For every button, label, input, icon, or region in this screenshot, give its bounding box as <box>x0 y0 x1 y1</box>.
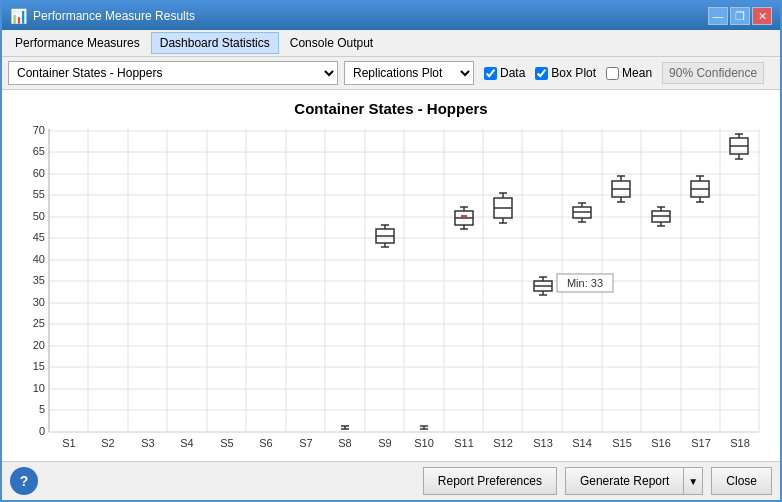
close-window-button[interactable]: ✕ <box>752 7 772 25</box>
svg-text:30: 30 <box>33 296 45 308</box>
box-plot-checkbox-label[interactable]: Box Plot <box>535 66 596 80</box>
svg-text:45: 45 <box>33 231 45 243</box>
report-preferences-button[interactable]: Report Preferences <box>423 467 557 495</box>
svg-text:S4: S4 <box>180 437 193 449</box>
menu-bar: Performance Measures Dashboard Statistic… <box>2 30 780 57</box>
restore-button[interactable]: ❐ <box>730 7 750 25</box>
svg-text:S15: S15 <box>612 437 632 449</box>
svg-text:40: 40 <box>33 253 45 265</box>
menu-console-output[interactable]: Console Output <box>281 32 382 54</box>
svg-text:S13: S13 <box>533 437 553 449</box>
svg-text:35: 35 <box>33 274 45 286</box>
svg-text:S9: S9 <box>378 437 391 449</box>
window-title: Performance Measure Results <box>33 9 195 23</box>
chart-area: Container States - Hoppers /* will draw … <box>2 90 780 461</box>
generate-report-dropdown-button[interactable]: ▼ <box>683 467 703 495</box>
chart-svg: /* will draw via inline SVG elements */ … <box>11 121 771 461</box>
title-bar: 📊 Performance Measure Results — ❐ ✕ <box>2 2 780 30</box>
svg-text:S11: S11 <box>454 437 474 449</box>
help-button[interactable]: ? <box>10 467 38 495</box>
svg-text:S2: S2 <box>101 437 114 449</box>
plot-type-dropdown[interactable]: Replications Plot <box>344 61 474 85</box>
svg-text:S7: S7 <box>299 437 312 449</box>
svg-text:50: 50 <box>33 210 45 222</box>
svg-text:5: 5 <box>39 403 45 415</box>
confidence-label: 90% Confidence <box>662 62 764 84</box>
svg-text:S16: S16 <box>651 437 671 449</box>
svg-text:0: 0 <box>39 425 45 437</box>
mean-checkbox[interactable] <box>606 67 619 80</box>
footer-bar: ? Report Preferences Generate Report ▼ C… <box>2 461 780 500</box>
data-checkbox-label[interactable]: Data <box>484 66 525 80</box>
svg-text:S14: S14 <box>572 437 592 449</box>
svg-text:55: 55 <box>33 188 45 200</box>
menu-dashboard-statistics[interactable]: Dashboard Statistics <box>151 32 279 54</box>
svg-text:10: 10 <box>33 382 45 394</box>
close-button[interactable]: Close <box>711 467 772 495</box>
svg-text:S12: S12 <box>493 437 513 449</box>
svg-text:25: 25 <box>33 317 45 329</box>
svg-text:S18: S18 <box>730 437 750 449</box>
app-icon: 📊 <box>10 8 27 24</box>
svg-text:60: 60 <box>33 167 45 179</box>
svg-text:S1: S1 <box>62 437 75 449</box>
toolbar: Container States - Hoppers Replications … <box>2 57 780 90</box>
svg-text:20: 20 <box>33 339 45 351</box>
generate-report-button[interactable]: Generate Report <box>565 467 683 495</box>
chart-options: Data Box Plot Mean 90% Confidence <box>484 62 764 84</box>
svg-text:Min: 33: Min: 33 <box>567 277 603 289</box>
svg-text:65: 65 <box>33 145 45 157</box>
svg-text:S8: S8 <box>338 437 351 449</box>
minimize-button[interactable]: — <box>708 7 728 25</box>
svg-text:15: 15 <box>33 360 45 372</box>
container-dropdown[interactable]: Container States - Hoppers <box>8 61 338 85</box>
svg-text:70: 70 <box>33 124 45 136</box>
chart-title: Container States - Hoppers <box>6 90 776 121</box>
svg-text:S3: S3 <box>141 437 154 449</box>
generate-report-group: Generate Report ▼ <box>565 467 703 495</box>
mean-checkbox-label[interactable]: Mean <box>606 66 652 80</box>
svg-text:S10: S10 <box>414 437 434 449</box>
svg-text:S5: S5 <box>220 437 233 449</box>
menu-performance-measures[interactable]: Performance Measures <box>6 32 149 54</box>
svg-text:S6: S6 <box>259 437 272 449</box>
box-plot-checkbox[interactable] <box>535 67 548 80</box>
svg-text:S17: S17 <box>691 437 711 449</box>
data-checkbox[interactable] <box>484 67 497 80</box>
